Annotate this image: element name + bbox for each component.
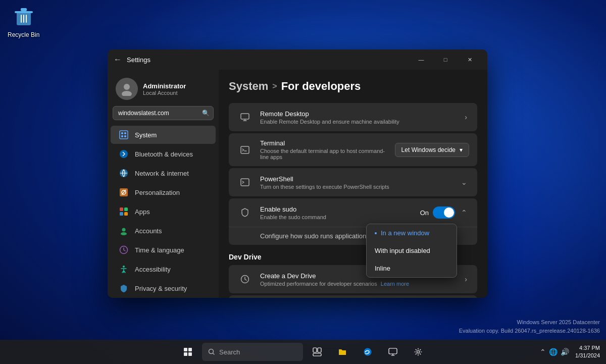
svg-rect-39	[389, 348, 397, 354]
taskbar-search[interactable]: Search	[202, 343, 303, 361]
breadcrumb-current: For developers	[281, 80, 361, 93]
edge-browser-button[interactable]	[357, 341, 379, 363]
sidebar-item-label-system: System	[135, 131, 157, 139]
minimize-button[interactable]: —	[410, 51, 433, 68]
setting-title-powershell: PowerShell	[260, 175, 452, 183]
powershell-chevron[interactable]: ⌄	[459, 176, 469, 188]
svg-rect-33	[188, 352, 192, 356]
svg-rect-32	[184, 352, 187, 356]
tray-speaker-icon[interactable]: 🔊	[561, 348, 569, 356]
terminal-dropdown[interactable]: Let Windows decide ▾	[395, 143, 469, 157]
taskbar: Search	[0, 340, 606, 364]
svg-rect-18	[124, 207, 128, 211]
setting-desc-terminal: Choose the default terminal app to host …	[260, 148, 388, 160]
tray-network-icon[interactable]: 🌐	[549, 348, 558, 356]
task-view-button[interactable]	[306, 341, 328, 363]
watermark-line1: Windows Server 2025 Datacenter	[459, 318, 600, 327]
watermark-line2: Evaluation copy. Build 26047.rs_prerelea…	[459, 327, 600, 335]
sidebar-item-time[interactable]: Time & language	[111, 241, 216, 259]
svg-rect-8	[120, 131, 128, 139]
terminal-dropdown-value: Let Windows decide	[401, 146, 456, 153]
sidebar-item-accounts[interactable]: Accounts	[111, 222, 216, 240]
sudo-option-input-disabled[interactable]: With input disabled	[367, 242, 457, 259]
svg-rect-1	[15, 11, 33, 13]
sidebar-item-apps[interactable]: Apps	[111, 202, 216, 221]
setting-terminal: Terminal Choose the default terminal app…	[229, 133, 477, 166]
tray-chevron-icon[interactable]: ⌃	[540, 348, 546, 356]
system-tray-time[interactable]: 4:37 PM 1/31/2024	[575, 344, 600, 360]
setting-row-terminal[interactable]: Terminal Choose the default terminal app…	[229, 133, 477, 166]
dev-drive-chevron[interactable]: ›	[463, 273, 469, 285]
sudo-option-label-new-window: In a new window	[381, 229, 429, 237]
recycle-bin[interactable]: Recycle Bin	[8, 5, 39, 38]
sudo-toggle[interactable]	[433, 206, 455, 219]
close-button[interactable]: ✕	[458, 51, 481, 68]
settings-taskbar-button[interactable]	[407, 341, 429, 363]
dev-drive-learn-more-link[interactable]: Learn more	[381, 281, 409, 287]
toggle-knob	[444, 207, 454, 218]
sudo-option-label-inline: Inline	[375, 265, 390, 272]
tray-date-value: 1/31/2024	[575, 352, 600, 359]
sidebar-item-personalization[interactable]: Personalization	[111, 183, 216, 201]
sudo-control: On ⌃	[420, 206, 469, 219]
sidebar-item-label-accounts: Accounts	[135, 227, 162, 235]
sudo-chevron[interactable]: ⌃	[459, 206, 469, 219]
sudo-option-inline[interactable]: Inline	[367, 259, 457, 277]
svg-rect-31	[188, 348, 192, 351]
setting-desc-sudo: Enable the sudo command	[260, 214, 413, 220]
sidebar-item-label-network: Network & internet	[135, 170, 189, 177]
sidebar-item-accessibility[interactable]: Accessibility	[111, 260, 216, 278]
user-info: Administrator Local Account	[143, 82, 211, 96]
sidebar-item-bluetooth[interactable]: Bluetooth & devices	[111, 145, 216, 163]
sudo-dropdown-popup: In a new window With input disabled Inli…	[366, 224, 457, 278]
maximize-button[interactable]: □	[434, 51, 457, 68]
sidebar-item-network[interactable]: Network & internet	[111, 164, 216, 182]
sudo-icon	[237, 204, 253, 221]
svg-rect-28	[241, 179, 249, 186]
svg-rect-12	[124, 135, 126, 137]
title-bar-title: Settings	[127, 56, 410, 64]
desktop: Recycle Bin ← Settings — □ ✕	[0, 0, 606, 364]
taskbar-center: Search	[177, 341, 429, 363]
apps-icon	[119, 206, 129, 217]
avatar	[116, 78, 138, 100]
svg-rect-20	[124, 212, 128, 216]
back-button[interactable]: ←	[114, 55, 122, 64]
svg-rect-27	[241, 146, 249, 153]
sidebar-item-privacy[interactable]: Privacy & security	[111, 279, 216, 297]
breadcrumb-separator: >	[272, 82, 277, 91]
file-explorer-button[interactable]	[331, 341, 354, 363]
sidebar-search-input[interactable]	[113, 106, 214, 120]
svg-rect-2	[21, 8, 27, 11]
svg-rect-9	[121, 132, 123, 134]
recycle-bin-icon	[12, 5, 36, 29]
remote-desktop-chevron[interactable]: ›	[463, 111, 469, 123]
remote-desktop-taskbar-button[interactable]	[382, 341, 404, 363]
start-button[interactable]	[177, 341, 199, 363]
setting-title-sudo: Enable sudo	[260, 205, 413, 213]
sidebar-item-label-privacy: Privacy & security	[135, 285, 187, 292]
setting-antivirus: Control antivirus behavior Control Micro…	[229, 295, 477, 298]
sidebar-item-system[interactable]: System	[111, 126, 216, 144]
terminal-dropdown-arrow: ▾	[460, 146, 463, 153]
svg-rect-11	[121, 135, 123, 137]
personalization-icon	[119, 187, 129, 197]
breadcrumb: System > For developers	[229, 80, 477, 93]
accessibility-icon	[119, 264, 129, 274]
svg-point-21	[122, 228, 126, 232]
sidebar-item-label-personalization: Personalization	[135, 189, 180, 196]
sudo-option-new-window[interactable]: In a new window	[367, 224, 457, 242]
setting-title-terminal: Terminal	[260, 139, 388, 147]
sidebar-search-container: 🔍	[113, 106, 214, 120]
remote-desktop-icon	[237, 109, 253, 125]
setting-desc-remote-desktop: Enable Remote Desktop and ensure machine…	[260, 119, 456, 125]
setting-enable-sudo: Enable sudo Enable the sudo command On ⌃	[229, 198, 477, 245]
setting-row-remote-desktop[interactable]: Remote Desktop Enable Remote Desktop and…	[229, 103, 477, 131]
tray-icons: ⌃ 🌐 🔊	[540, 348, 569, 356]
setting-row-enable-sudo[interactable]: Enable sudo Enable the sudo command On ⌃	[229, 198, 477, 227]
svg-rect-17	[120, 207, 123, 211]
setting-text-sudo: Enable sudo Enable the sudo command	[260, 205, 413, 220]
setting-row-antivirus[interactable]: Control antivirus behavior Control Micro…	[229, 295, 477, 298]
setting-row-powershell[interactable]: PowerShell Turn on these settings to exe…	[229, 168, 477, 196]
sidebar-item-label-apps: Apps	[135, 208, 150, 216]
